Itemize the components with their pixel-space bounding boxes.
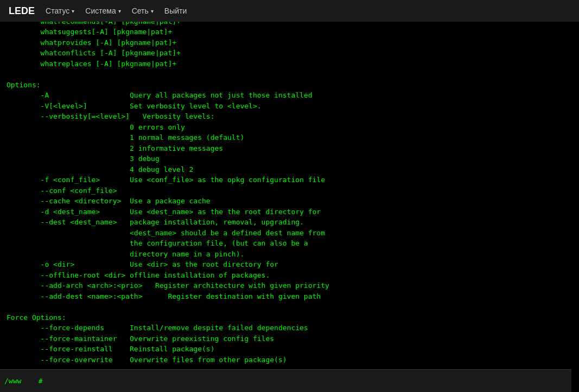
terminal-wrapper: whatdepends[-A] [pkgname|pat]+ whatrecom…	[0, 22, 579, 392]
terminal-output: whatdepends[-A] [pkgname|pat]+ whatrecom…	[7, 22, 572, 365]
terminal-scroll-area[interactable]: whatdepends[-A] [pkgname|pat]+ whatrecom…	[0, 22, 579, 392]
nav-system[interactable]: Система ▾	[85, 7, 120, 15]
navbar: LEDE Статус ▾ Система ▾ Сеть ▾ Выйти	[0, 0, 579, 22]
status-arrow-icon: ▾	[72, 8, 74, 14]
terminal-input[interactable]	[51, 377, 567, 385]
nav-network[interactable]: Сеть ▾	[132, 7, 154, 15]
brand-logo: LEDE	[9, 5, 35, 17]
terminal-prompt: /www #	[4, 377, 51, 385]
network-arrow-icon: ▾	[151, 8, 154, 14]
nav-status[interactable]: Статус ▾	[46, 7, 74, 15]
nav-logout[interactable]: Выйти	[164, 7, 187, 15]
system-arrow-icon: ▾	[118, 8, 121, 14]
terminal-input-bar: /www #	[0, 369, 571, 392]
